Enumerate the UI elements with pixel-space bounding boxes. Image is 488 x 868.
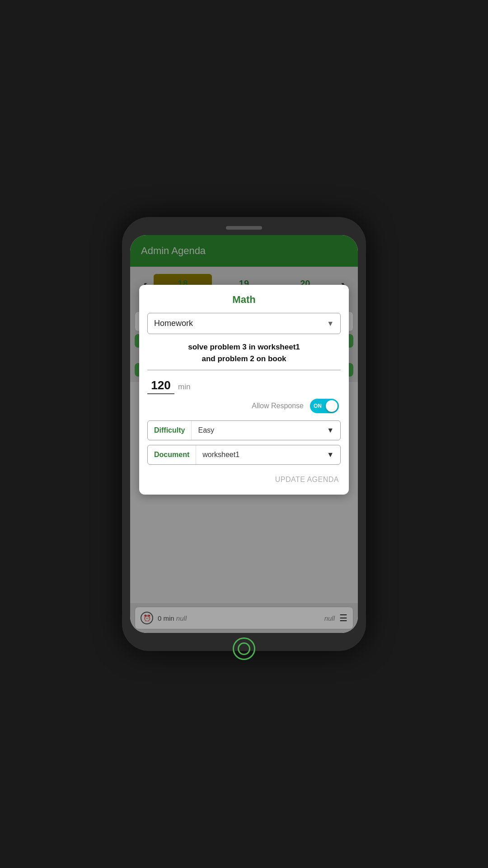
document-dropdown[interactable]: worksheet1 ▼	[196, 445, 340, 464]
allow-response-label: Allow Response	[252, 402, 304, 410]
difficulty-row[interactable]: Difficulty Easy ▼	[147, 420, 341, 440]
difficulty-label: Difficulty	[148, 421, 192, 440]
document-row[interactable]: Document worksheet1 ▼	[147, 445, 341, 465]
phone-frame: Admin Agenda ❮ 18 Thu 19 Fri 20 S	[122, 217, 366, 651]
description-line1: solve problem 3 in worksheet1	[188, 343, 300, 351]
document-value: worksheet1	[202, 451, 239, 459]
time-unit: min	[178, 382, 190, 392]
time-value[interactable]: 120	[147, 378, 174, 394]
toggle-on-text: ON	[314, 403, 322, 409]
phone-home-area	[130, 637, 358, 660]
modal-dialog: Math Homework ▼ solve problem 3 in works…	[139, 285, 349, 495]
type-dropdown-value: Homework	[154, 319, 193, 328]
document-label: Document	[148, 445, 196, 464]
home-inner-ring	[238, 642, 250, 655]
difficulty-arrow: ▼	[327, 426, 334, 434]
toggle-row: Allow Response ON	[147, 399, 341, 413]
modal-description[interactable]: solve problem 3 in worksheet1 and proble…	[147, 341, 341, 370]
difficulty-value: Easy	[198, 426, 214, 434]
update-agenda-button[interactable]: UPDATE AGENDA	[275, 476, 339, 483]
phone-notch	[226, 226, 262, 230]
modal-title: Math	[147, 294, 341, 306]
allow-response-toggle[interactable]: ON	[310, 399, 339, 413]
time-row: 120 min	[147, 372, 341, 399]
update-btn-row: UPDATE AGENDA	[147, 469, 341, 486]
document-arrow: ▼	[327, 451, 334, 459]
description-line2: and problem 2 on book	[202, 354, 286, 363]
home-button[interactable]	[233, 637, 255, 660]
type-dropdown-arrow: ▼	[327, 320, 334, 328]
difficulty-dropdown[interactable]: Easy ▼	[192, 421, 340, 440]
phone-screen: Admin Agenda ❮ 18 Thu 19 Fri 20 S	[130, 235, 358, 633]
type-dropdown[interactable]: Homework ▼	[147, 313, 341, 334]
toggle-knob	[326, 400, 338, 412]
